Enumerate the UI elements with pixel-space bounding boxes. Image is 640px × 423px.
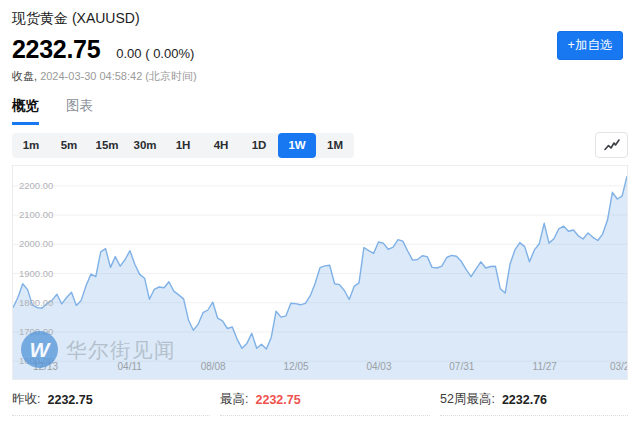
stat-prev-close: 昨收: 2232.75 xyxy=(12,385,210,416)
tab-chart[interactable]: 图表 xyxy=(66,97,93,125)
x-axis-label: 07/31 xyxy=(449,361,474,372)
y-axis-label: 2000.00 xyxy=(19,238,53,249)
x-axis-label: 12/13 xyxy=(33,361,58,372)
timeframe-4h[interactable]: 4H xyxy=(202,133,240,158)
timeframe-1h[interactable]: 1H xyxy=(164,133,202,158)
market-status-row: 收盘, 2024-03-30 04:58:42 (北京时间) xyxy=(12,69,628,84)
timeframe-row: 1m 5m 15m 30m 1H 4H 1D 1W 1M xyxy=(12,132,628,158)
timeframe-1d[interactable]: 1D xyxy=(240,133,278,158)
timeframe-15m[interactable]: 15m xyxy=(88,133,126,158)
chart-type-button[interactable] xyxy=(595,132,628,158)
y-axis-label: 2100.00 xyxy=(19,209,53,220)
instrument-title: 现货黄金 (XAUUSD) xyxy=(12,10,628,28)
x-axis-label: 12/05 xyxy=(284,361,309,372)
y-axis-label: 1700.00 xyxy=(19,326,53,337)
tab-overview[interactable]: 概览 xyxy=(12,97,39,125)
add-watchlist-button[interactable]: +加自选 xyxy=(557,31,623,60)
timeframe-1m[interactable]: 1m xyxy=(12,133,50,158)
x-axis-label: 04/11 xyxy=(118,361,142,372)
line-chart-icon xyxy=(603,137,621,153)
quote-page: 现货黄金 (XAUUSD) 2232.75 0.00 ( 0.00%) +加自选… xyxy=(0,0,640,423)
view-tabs: 概览 图表 xyxy=(12,97,628,125)
stat-52w-low: 52周最低: 1811.61 xyxy=(440,416,628,423)
timeframe-1w[interactable]: 1W xyxy=(278,133,316,158)
price-row: 2232.75 0.00 ( 0.00%) xyxy=(12,35,628,64)
stat-52w-high: 52周最高: 2232.76 xyxy=(440,385,628,416)
stat-high: 最高: 2232.75 xyxy=(220,385,430,416)
chart-canvas xyxy=(13,166,627,379)
y-axis-label: 1800.00 xyxy=(19,297,53,308)
x-axis-label: 03/2 xyxy=(610,361,628,372)
stat-open: 今开: 2232.75 xyxy=(12,416,210,423)
timeframe-1m-month[interactable]: 1M xyxy=(316,133,354,158)
x-axis-label: 04/03 xyxy=(366,361,391,372)
y-axis-label: 2200.00 xyxy=(19,180,53,191)
last-price: 2232.75 xyxy=(12,35,100,64)
y-axis-label: 1900.00 xyxy=(19,268,53,279)
timeframe-selector: 1m 5m 15m 30m 1H 4H 1D 1W 1M xyxy=(12,133,354,158)
price-area xyxy=(13,176,627,379)
price-chart[interactable]: W 华尔街见闻 2200.002100.002000.001900.001800… xyxy=(12,165,628,380)
x-axis-label: 11/27 xyxy=(533,361,557,372)
timeframe-30m[interactable]: 30m xyxy=(126,133,164,158)
x-axis-label: 08/08 xyxy=(201,361,226,372)
quote-header: 现货黄金 (XAUUSD) 2232.75 0.00 ( 0.00%) +加自选… xyxy=(0,0,640,84)
price-change: 0.00 ( 0.00%) xyxy=(116,46,194,61)
stats-grid: 昨收: 2232.75 最高: 2232.75 52周最高: 2232.76 今… xyxy=(12,385,628,423)
timeframe-5m[interactable]: 5m xyxy=(50,133,88,158)
quote-timestamp: 2024-03-30 04:58:42 (北京时间) xyxy=(40,70,197,82)
stat-low: 最低: 2232.75 xyxy=(220,416,430,423)
market-status: 收盘, xyxy=(12,70,37,82)
